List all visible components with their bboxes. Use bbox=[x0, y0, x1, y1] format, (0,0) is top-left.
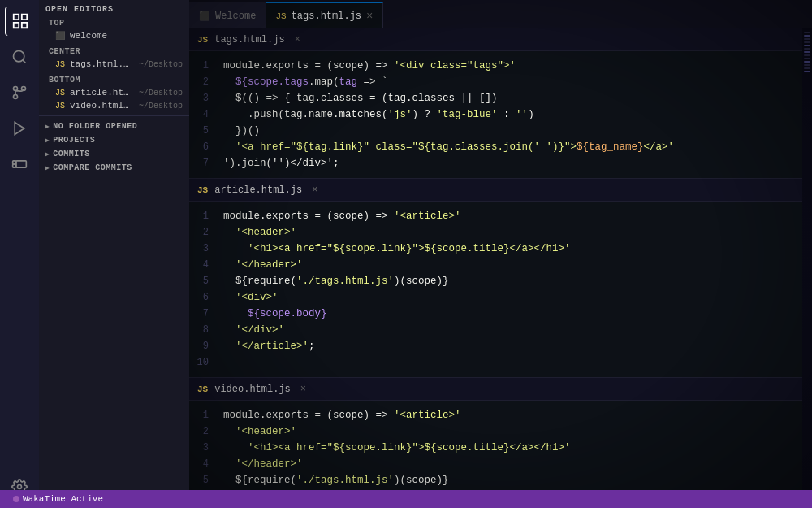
sidebar-group-top: TOP ⬛ Welcome bbox=[39, 17, 189, 42]
sidebar-item-tags[interactable]: JS tags.html.js ~/Desktop bbox=[39, 58, 189, 71]
code-line: 9 '</article>'; bbox=[189, 338, 812, 354]
no-folder-label: NO FOLDER OPENED bbox=[53, 122, 137, 131]
welcome-tab-icon: ⬛ bbox=[199, 11, 210, 21]
extensions-icon[interactable] bbox=[5, 150, 34, 179]
source-control-icon[interactable] bbox=[5, 78, 34, 107]
panel-article: JS article.html.js × 1 module.exports = … bbox=[189, 179, 812, 378]
code-line: 4 .push(tag.name.matches('js') ? 'tag-bl… bbox=[189, 106, 812, 123]
code-line: 3 $(() => { tag.classes = (tag.classes |… bbox=[189, 90, 812, 106]
projects-label: PROJECTS bbox=[53, 136, 95, 145]
panel-tags-icon: JS bbox=[197, 35, 208, 45]
compare-chevron: ▶ bbox=[45, 164, 50, 172]
code-line: 2 ${scope.tags.map(tag => ` bbox=[189, 74, 812, 90]
explorer-icon[interactable] bbox=[5, 7, 34, 36]
code-line: 1 module.exports = (scope) => '<div clas… bbox=[189, 58, 812, 74]
group-bottom-label: BOTTOM bbox=[39, 74, 189, 86]
panel-tags: JS tags.html.js × 1 module.exports = (sc… bbox=[189, 28, 812, 179]
open-editors-header: Open Editors bbox=[39, 0, 189, 17]
tab-welcome-label: Welcome bbox=[215, 11, 256, 22]
svg-point-0 bbox=[14, 51, 24, 62]
code-line: 3 '<h1><a href="${scope.link}">${scope.t… bbox=[189, 440, 812, 456]
code-line: 4 '</header>' bbox=[189, 456, 812, 472]
panel-article-icon: JS bbox=[197, 185, 208, 195]
panel-video: JS video.html.js × 1 module.exports = (s… bbox=[189, 378, 812, 508]
no-folder-chevron: ▶ bbox=[45, 123, 50, 130]
wakatime-label: WakaTime Active bbox=[23, 494, 103, 504]
svg-rect-7 bbox=[16, 161, 27, 167]
editor-panels: JS tags.html.js × 1 module.exports = (sc… bbox=[189, 28, 812, 508]
code-line: 7 ').join('')</div>'; bbox=[189, 155, 812, 172]
search-icon[interactable] bbox=[5, 42, 34, 72]
tab-tags[interactable]: JS tags.html.js × bbox=[266, 2, 383, 28]
sidebar-item-welcome[interactable]: ⬛ Welcome bbox=[39, 29, 189, 42]
code-line: 2 '<header>' bbox=[189, 224, 812, 241]
panel-article-filename: article.html.js bbox=[214, 185, 302, 196]
code-line: 5 ${require('./tags.html.js')(scope)} bbox=[189, 472, 812, 488]
article-filename: article.html.js bbox=[70, 88, 132, 98]
no-folder-section[interactable]: ▶ NO FOLDER OPENED bbox=[39, 119, 189, 133]
commits-chevron: ▶ bbox=[45, 150, 50, 158]
sidebar: Open Editors TOP ⬛ Welcome CENTER JS tag… bbox=[39, 0, 189, 508]
panel-video-header: JS video.html.js × bbox=[189, 378, 812, 401]
group-center-label: CENTER bbox=[39, 46, 189, 58]
panel-video-close[interactable]: × bbox=[300, 384, 306, 395]
commits-label: COMMITS bbox=[53, 150, 90, 158]
code-line: 3 '<h1><a href="${scope.link}">${scope.t… bbox=[189, 241, 812, 257]
panel-video-filename: video.html.js bbox=[214, 384, 291, 395]
tab-tags-label: tags.html.js bbox=[292, 11, 361, 22]
tags-file-icon: JS bbox=[55, 60, 65, 69]
panel-video-icon: JS bbox=[197, 384, 208, 394]
code-line: 2 '<header>' bbox=[189, 423, 812, 440]
tab-close-icon[interactable]: × bbox=[366, 11, 373, 22]
article-filepath: ~/Desktop bbox=[139, 89, 183, 98]
code-line: 1 module.exports = (scope) => '<article>… bbox=[189, 407, 812, 423]
code-article: 1 module.exports = (scope) => '<article>… bbox=[189, 202, 812, 377]
status-wakatime[interactable]: WakaTime Active bbox=[8, 494, 108, 504]
wakatime-dot bbox=[13, 496, 19, 502]
projects-chevron: ▶ bbox=[45, 137, 50, 144]
commits-section[interactable]: ▶ COMMITS bbox=[39, 147, 189, 161]
code-line: 6 '<a href="${tag.link}" class="${tag.cl… bbox=[189, 139, 812, 155]
code-tags: 1 module.exports = (scope) => '<div clas… bbox=[189, 51, 812, 178]
tags-tab-icon: JS bbox=[275, 11, 286, 21]
welcome-file-icon: ⬛ bbox=[55, 31, 65, 41]
panel-article-close[interactable]: × bbox=[312, 185, 317, 196]
activity-bar bbox=[0, 0, 39, 508]
minimap bbox=[802, 28, 812, 490]
tabs-bar: ⬛ Welcome JS tags.html.js × bbox=[189, 0, 812, 28]
compare-label: COMPARE COMMITS bbox=[53, 163, 132, 172]
code-line: 10 bbox=[189, 354, 812, 371]
panel-tags-filename: tags.html.js bbox=[214, 34, 284, 46]
code-line: 6 '<div>' bbox=[189, 289, 812, 306]
video-file-icon: JS bbox=[55, 102, 65, 111]
article-file-icon: JS bbox=[55, 89, 65, 98]
panel-tags-close[interactable]: × bbox=[295, 34, 300, 46]
tab-welcome[interactable]: ⬛ Welcome bbox=[189, 2, 266, 28]
debug-icon[interactable] bbox=[5, 114, 34, 143]
code-line: 7 ${scope.body} bbox=[189, 306, 812, 322]
sidebar-group-center: CENTER JS tags.html.js ~/Desktop bbox=[39, 46, 189, 71]
panel-tags-header: JS tags.html.js × bbox=[189, 28, 812, 51]
tags-filename: tags.html.js bbox=[70, 59, 132, 69]
svg-point-8 bbox=[18, 485, 22, 489]
compare-commits-section[interactable]: ▶ COMPARE COMMITS bbox=[39, 161, 189, 175]
projects-section[interactable]: ▶ PROJECTS bbox=[39, 133, 189, 147]
code-line: 8 '</div>' bbox=[189, 322, 812, 338]
video-filename: video.html.js bbox=[70, 101, 132, 111]
code-line: 4 '</header>' bbox=[189, 257, 812, 273]
svg-point-2 bbox=[14, 95, 18, 99]
editor-area: ⬛ Welcome JS tags.html.js × JS tags.html… bbox=[189, 0, 812, 508]
tags-filepath: ~/Desktop bbox=[139, 60, 183, 69]
code-line: 5 })() bbox=[189, 123, 812, 139]
sidebar-group-bottom: BOTTOM JS article.html.js ~/Desktop JS v… bbox=[39, 74, 189, 112]
welcome-filename: Welcome bbox=[70, 31, 107, 41]
sidebar-item-video[interactable]: JS video.html.js ~/Desktop bbox=[39, 99, 189, 112]
code-line: 1 module.exports = (scope) => '<article>… bbox=[189, 208, 812, 224]
group-top-label: TOP bbox=[39, 17, 189, 29]
video-filepath: ~/Desktop bbox=[139, 102, 183, 111]
status-bar: WakaTime Active bbox=[0, 490, 812, 508]
svg-marker-4 bbox=[15, 123, 24, 135]
code-line: 5 ${require('./tags.html.js')(scope)} bbox=[189, 273, 812, 289]
sidebar-item-article[interactable]: JS article.html.js ~/Desktop bbox=[39, 86, 189, 99]
panel-article-header: JS article.html.js × bbox=[189, 179, 812, 202]
